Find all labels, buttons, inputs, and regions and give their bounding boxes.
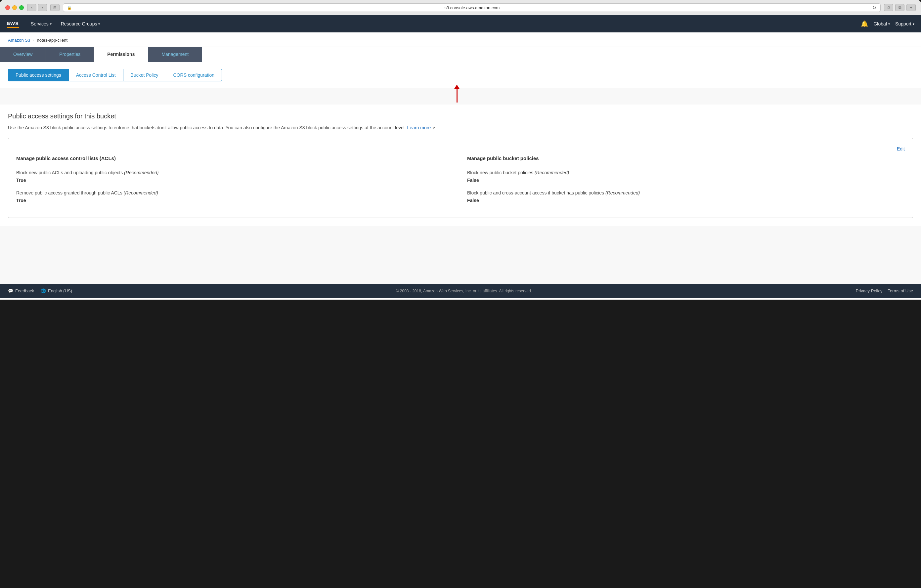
globe-icon: 🌐	[41, 288, 46, 293]
resource-groups-nav-link[interactable]: Resource Groups ▾	[57, 19, 104, 28]
aws-logo-bar	[7, 27, 19, 28]
page-title: Public access settings for this bucket	[8, 112, 913, 120]
close-button[interactable]	[5, 5, 10, 10]
forward-button[interactable]: ›	[38, 4, 47, 11]
policy-item-1-label: Block new public bucket policies (Recomm…	[467, 169, 905, 176]
maximize-button[interactable]	[19, 5, 24, 10]
edit-link[interactable]: Edit	[897, 146, 905, 151]
policy-item-2-label: Block public and cross-account access if…	[467, 190, 905, 197]
acl-item-2-value: True	[16, 198, 454, 203]
breadcrumb-separator: ›	[33, 38, 34, 43]
minimize-button[interactable]	[12, 5, 17, 10]
services-chevron: ▾	[50, 22, 52, 26]
acl-column: Manage public access control lists (ACLs…	[16, 156, 454, 210]
sub-nav-bucket-policy[interactable]: Bucket Policy	[123, 69, 166, 81]
global-chevron: ▾	[888, 22, 890, 26]
aws-logo[interactable]: aws	[7, 20, 19, 28]
support-dropdown[interactable]: Support ▾	[895, 21, 914, 26]
feedback-button[interactable]: 💬 Feedback	[8, 288, 34, 293]
aws-nav-links: Services ▾ Resource Groups ▾	[27, 19, 861, 28]
footer-left: 💬 Feedback 🌐 English (US)	[8, 288, 72, 293]
arrow-line	[457, 89, 457, 102]
feedback-label: Feedback	[15, 288, 34, 293]
traffic-lights	[5, 5, 24, 10]
learn-more-link[interactable]: Learn more	[407, 125, 431, 130]
policy-item-2: Block public and cross-account access if…	[467, 190, 905, 203]
policy-item-2-value: False	[467, 198, 905, 203]
settings-grid: Manage public access control lists (ACLs…	[16, 156, 905, 210]
services-nav-link[interactable]: Services ▾	[27, 19, 55, 28]
acl-item-1-label: Block new public ACLs and uploading publ…	[16, 169, 454, 176]
acl-item-2: Remove public access granted through pub…	[16, 190, 454, 203]
resource-groups-chevron: ▾	[98, 22, 100, 26]
tab-permissions[interactable]: Permissions	[94, 47, 148, 62]
footer-right: Privacy Policy Terms of Use	[856, 288, 913, 293]
acl-item-2-label: Remove public access granted through pub…	[16, 190, 454, 197]
policy-item-2-note: (Recommended)	[605, 190, 640, 195]
support-label: Support	[895, 21, 911, 26]
back-button[interactable]: ‹	[27, 4, 36, 11]
sub-nav: Public access settings Access Control Li…	[0, 62, 921, 88]
aws-nav-right: 🔔 Global ▾ Support ▾	[861, 20, 914, 28]
policy-column: Manage public bucket policies Block new …	[467, 156, 905, 210]
feedback-icon: 💬	[8, 288, 13, 293]
acl-item-2-note: (Recommended)	[124, 190, 158, 195]
page-content: Amazon S3 › notes-app-client Overview Pr…	[0, 32, 921, 284]
language-label: English (US)	[48, 288, 72, 293]
privacy-policy-link[interactable]: Privacy Policy	[856, 288, 882, 293]
global-dropdown[interactable]: Global ▾	[873, 21, 890, 26]
browser-actions: ⎙ ⧉ +	[884, 4, 916, 11]
external-link-icon: ↗	[432, 126, 435, 130]
main-tabs: Overview Properties Permissions Manageme…	[0, 47, 921, 62]
language-selector[interactable]: 🌐 English (US)	[41, 288, 72, 293]
footer-copyright: © 2008 - 2018, Amazon Web Services, Inc.…	[396, 289, 532, 293]
acl-item-1: Block new public ACLs and uploading publ…	[16, 169, 454, 183]
breadcrumb-parent-link[interactable]: Amazon S3	[8, 38, 30, 43]
content-section: Public access settings for this bucket U…	[0, 104, 921, 226]
acl-item-1-value: True	[16, 178, 454, 183]
address-bar[interactable]: 🔒 s3.console.aws.amazon.com ↻	[63, 3, 880, 12]
terms-of-use-link[interactable]: Terms of Use	[888, 288, 913, 293]
add-button[interactable]: +	[906, 4, 916, 11]
sidebar-button[interactable]: ⊟	[50, 4, 60, 11]
red-arrow	[454, 84, 460, 102]
tab-properties[interactable]: Properties	[46, 47, 94, 62]
tab-overview[interactable]: Overview	[0, 47, 46, 62]
policy-item-1: Block new public bucket policies (Recomm…	[467, 169, 905, 183]
resource-groups-label: Resource Groups	[61, 21, 97, 26]
acl-item-1-note: (Recommended)	[124, 170, 158, 175]
nav-buttons: ‹ ›	[27, 4, 47, 11]
page-description: Use the Amazon S3 block public access se…	[8, 124, 913, 131]
breadcrumb-current: notes-app-client	[37, 38, 68, 43]
support-chevron: ▾	[913, 22, 914, 26]
sub-nav-acl[interactable]: Access Control List	[68, 69, 123, 81]
global-label: Global	[873, 21, 887, 26]
lock-icon: 🔒	[67, 6, 72, 10]
aws-navbar: aws Services ▾ Resource Groups ▾ 🔔 Globa…	[0, 15, 921, 32]
arrow-head	[454, 84, 460, 89]
breadcrumb: Amazon S3 › notes-app-client	[0, 32, 921, 47]
policy-column-header: Manage public bucket policies	[467, 156, 905, 164]
aws-logo-text: aws	[7, 20, 19, 27]
settings-card: Edit Manage public access control lists …	[8, 138, 913, 218]
reload-button[interactable]: ↻	[872, 5, 876, 10]
policy-item-1-value: False	[467, 178, 905, 183]
new-tab-button[interactable]: ⧉	[895, 4, 905, 11]
annotation-arrow	[0, 84, 921, 101]
acl-column-header: Manage public access control lists (ACLs…	[16, 156, 454, 164]
notifications-bell[interactable]: 🔔	[861, 20, 868, 28]
policy-item-1-note: (Recommended)	[535, 170, 569, 175]
url-text: s3.console.aws.amazon.com	[75, 5, 870, 10]
aws-footer: 💬 Feedback 🌐 English (US) © 2008 - 2018,…	[0, 284, 921, 298]
services-label: Services	[31, 21, 49, 26]
sub-nav-public-access[interactable]: Public access settings	[8, 69, 68, 81]
sub-nav-cors[interactable]: CORS configuration	[166, 69, 222, 81]
share-button[interactable]: ⎙	[884, 4, 893, 11]
tab-management[interactable]: Management	[148, 47, 202, 62]
